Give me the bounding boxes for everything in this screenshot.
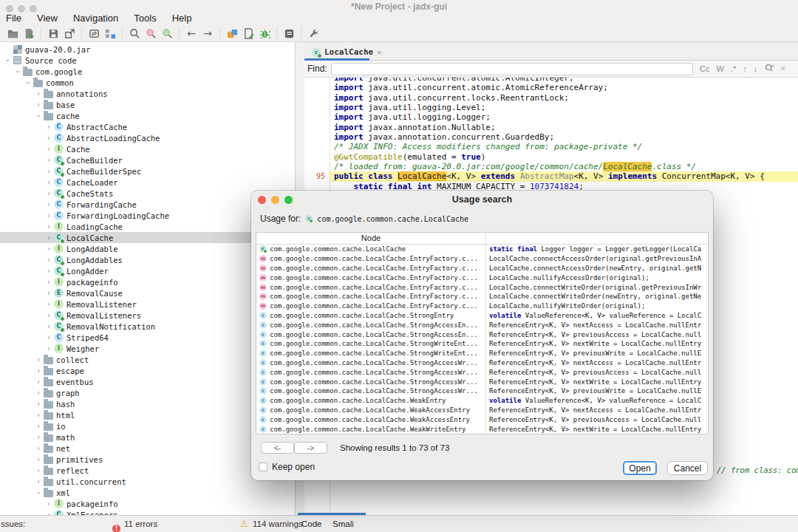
tree-item-annotations[interactable]: ›annotations [0, 88, 295, 99]
tab-code[interactable]: Code [301, 519, 322, 528]
chevron-collapsed-icon[interactable]: › [44, 279, 53, 286]
tree-flatten-icon[interactable] [102, 27, 118, 40]
usage-result-row[interactable]: ccom.google.common.cache.LocalCache.Stro… [256, 358, 708, 368]
tree-item-xmlescapers[interactable]: ›CXmlEscapers [0, 509, 295, 515]
usage-result-row[interactable]: mcom.google.common.cache.LocalCache.Entr… [256, 292, 708, 301]
chevron-collapsed-icon[interactable]: › [34, 90, 43, 98]
tree-item-guava-20-0-jar[interactable]: guava-20.0.jar [0, 44, 295, 55]
chevron-collapsed-icon[interactable]: › [44, 201, 53, 208]
chevron-collapsed-icon[interactable]: › [44, 168, 53, 175]
usage-result-row[interactable]: ccom.google.common.cache.LocalCache.Weak… [256, 424, 708, 434]
usage-result-row[interactable]: ccom.google.common.cache.LocalCache.Weak… [256, 415, 708, 424]
chevron-collapsed-icon[interactable]: › [34, 101, 43, 109]
chevron-expanded-icon[interactable]: › [35, 488, 42, 497]
usage-result-row[interactable]: ccom.google.common.cache.LocalCachestati… [256, 245, 708, 254]
chevron-collapsed-icon[interactable]: › [34, 478, 43, 485]
find-close-icon[interactable]: × [780, 64, 785, 74]
chevron-collapsed-icon[interactable]: › [44, 256, 53, 264]
chevron-collapsed-icon[interactable]: › [44, 267, 53, 275]
chevron-collapsed-icon[interactable]: › [44, 157, 53, 164]
find-option-w[interactable]: W [716, 64, 723, 73]
chevron-collapsed-icon[interactable]: › [44, 245, 53, 253]
chevron-collapsed-icon[interactable]: › [34, 412, 43, 419]
usage-result-row[interactable]: ccom.google.common.cache.LocalCache.Stro… [256, 367, 708, 377]
usage-result-row[interactable]: ccom.google.common.cache.LocalCache.Stro… [256, 349, 708, 358]
prev-page-button[interactable]: <- [261, 442, 294, 454]
log-viewer-icon[interactable] [281, 27, 297, 40]
chevron-collapsed-icon[interactable]: › [44, 212, 53, 219]
inspector-icon[interactable] [240, 27, 256, 40]
menu-help[interactable]: Help [172, 13, 192, 24]
chevron-collapsed-icon[interactable]: › [44, 345, 53, 352]
find-option-[interactable]: .* [731, 64, 736, 73]
chevron-collapsed-icon[interactable]: › [34, 400, 43, 408]
menu-view[interactable]: View [37, 13, 58, 24]
next-page-button[interactable]: -> [294, 442, 327, 454]
usage-result-row[interactable]: mcom.google.common.cache.LocalCache.Entr… [256, 301, 708, 311]
chevron-collapsed-icon[interactable]: › [44, 146, 53, 153]
chevron-collapsed-icon[interactable]: › [44, 334, 53, 341]
search-text-icon[interactable] [143, 27, 159, 40]
find-option-[interactable]: ↑ [743, 64, 747, 73]
cancel-button[interactable]: Cancel [667, 461, 708, 475]
tree-item-cache[interactable]: ›cache [0, 110, 295, 121]
chevron-collapsed-icon[interactable]: › [44, 223, 53, 231]
chevron-expanded-icon[interactable]: › [35, 112, 42, 120]
usage-result-row[interactable]: ccom.google.common.cache.LocalCache.Stro… [256, 377, 708, 386]
chevron-collapsed-icon[interactable]: › [44, 301, 53, 308]
find-option-[interactable]: ↓ [754, 64, 758, 73]
chevron-collapsed-icon[interactable]: › [44, 500, 53, 508]
chevron-collapsed-icon[interactable]: › [34, 356, 43, 364]
find-input[interactable] [331, 63, 693, 75]
chevron-collapsed-icon[interactable]: › [34, 434, 43, 441]
chevron-collapsed-icon[interactable]: › [44, 123, 53, 131]
add-file-icon[interactable] [21, 27, 37, 40]
save-all-icon[interactable] [45, 27, 61, 40]
tree-item-abstractloadingcache[interactable]: ›CAbstractLoadingCache [0, 132, 295, 143]
chevron-expanded-icon[interactable]: › [4, 56, 11, 65]
usage-result-row[interactable]: ccom.google.common.cache.LocalCache.Stro… [256, 339, 708, 349]
chevron-collapsed-icon[interactable]: › [34, 389, 43, 397]
chevron-collapsed-icon[interactable]: › [44, 290, 53, 297]
tree-item-cacheloader[interactable]: ›CCacheLoader [0, 177, 295, 188]
deobfuscation-icon[interactable] [224, 27, 240, 40]
chevron-collapsed-icon[interactable]: › [44, 190, 53, 197]
chevron-collapsed-icon[interactable]: › [44, 234, 53, 242]
export-icon[interactable] [61, 27, 78, 40]
usage-result-row[interactable]: mcom.google.common.cache.LocalCache.Entr… [256, 282, 708, 292]
tree-item-cachebuilder[interactable]: ›CCacheBuilder [0, 154, 295, 166]
usage-result-row[interactable]: ccom.google.common.cache.LocalCache.Weak… [256, 406, 708, 415]
chevron-collapsed-icon[interactable]: › [34, 423, 43, 430]
usage-result-row[interactable]: mcom.google.common.cache.LocalCache.Entr… [256, 264, 708, 273]
tree-item-com-google[interactable]: ›com.google [0, 66, 295, 77]
find-option-cc[interactable]: Cc [700, 64, 709, 73]
chevron-collapsed-icon[interactable]: › [44, 323, 53, 330]
chevron-collapsed-icon[interactable]: › [34, 367, 43, 375]
chevron-collapsed-icon[interactable]: › [44, 179, 53, 186]
menu-navigation[interactable]: Navigation [73, 13, 118, 24]
chevron-collapsed-icon[interactable]: › [44, 134, 53, 142]
chevron-collapsed-icon[interactable]: › [34, 467, 43, 474]
usage-result-row[interactable]: mcom.google.common.cache.LocalCache.Entr… [256, 254, 708, 264]
open-folder-icon[interactable] [4, 27, 21, 40]
menu-tools[interactable]: Tools [134, 13, 156, 24]
forward-icon[interactable]: → [200, 27, 216, 40]
preferences-icon[interactable] [305, 27, 321, 40]
tree-item-common[interactable]: ›common [0, 77, 295, 88]
tree-item-source-code[interactable]: ›Source code [0, 55, 295, 66]
usage-result-row[interactable]: ccom.google.common.cache.LocalCache.Stro… [256, 320, 708, 330]
tree-item-cache[interactable]: ›ICache [0, 143, 295, 154]
search-icon[interactable] [126, 27, 143, 40]
usage-result-row[interactable]: mcom.google.common.cache.LocalCache.Entr… [256, 273, 708, 282]
usage-result-row[interactable]: ccom.google.common.cache.LocalCache.Stro… [256, 330, 708, 339]
tree-item-xml[interactable]: ›xml [0, 487, 295, 498]
keep-open-checkbox[interactable] [259, 463, 267, 471]
open-button[interactable]: Open [623, 461, 657, 475]
chevron-expanded-icon[interactable]: › [24, 78, 32, 87]
usage-result-row[interactable]: ccom.google.common.cache.LocalCache.Stro… [256, 386, 708, 396]
tab-close-icon[interactable]: × [377, 48, 381, 57]
chevron-collapsed-icon[interactable]: › [34, 378, 43, 386]
sync-icon[interactable] [86, 27, 102, 40]
usage-result-row[interactable]: ccom.google.common.cache.LocalCache.Weak… [256, 396, 708, 406]
search-class-icon[interactable] [159, 27, 175, 40]
